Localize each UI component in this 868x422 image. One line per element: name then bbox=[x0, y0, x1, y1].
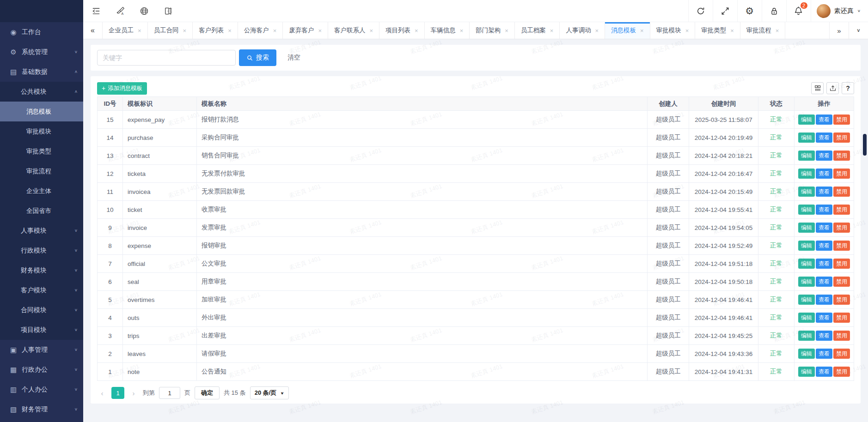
disable-button[interactable]: 禁用 bbox=[833, 241, 850, 251]
tab[interactable]: 审批类型 × bbox=[695, 22, 740, 39]
disable-button[interactable]: 禁用 bbox=[833, 259, 850, 269]
sidebar-item-provinces[interactable]: 全国省市 bbox=[0, 201, 83, 221]
view-button[interactable]: 查看 bbox=[816, 187, 832, 197]
sidebar-item-project-module[interactable]: 项目模块∨ bbox=[0, 320, 83, 340]
theme-brush-button[interactable]: A bbox=[108, 0, 132, 22]
tab[interactable]: 消息模板 × bbox=[605, 22, 650, 39]
clear-button[interactable]: 清空 bbox=[287, 54, 300, 62]
disable-button[interactable]: 禁用 bbox=[833, 115, 850, 125]
table-row[interactable]: 7 official 公文审批 超级员工 2024-12-04 19:51:18… bbox=[98, 255, 854, 273]
sidebar-item-personal-office[interactable]: ▥个人办公∨ bbox=[0, 380, 83, 399]
lock-screen-button[interactable] bbox=[762, 0, 786, 22]
disable-button[interactable]: 禁用 bbox=[833, 151, 850, 161]
tab-close-icon[interactable]: × bbox=[369, 27, 373, 34]
tab[interactable]: 部门架构 × bbox=[470, 22, 515, 39]
tab[interactable]: 员工档案 × bbox=[515, 22, 560, 39]
table-row[interactable]: 1 note 公告通知 超级员工 2024-12-04 19:41:31 正常 … bbox=[98, 363, 854, 381]
tabs-scroll-left-button[interactable]: « bbox=[83, 22, 103, 39]
next-page-button[interactable]: › bbox=[128, 389, 139, 397]
table-row[interactable]: 3 trips 出差审批 超级员工 2024-12-04 19:45:25 正常… bbox=[98, 327, 854, 345]
edit-button[interactable]: 编辑 bbox=[798, 349, 815, 359]
screen-panel-button[interactable] bbox=[156, 0, 180, 22]
disable-button[interactable]: 禁用 bbox=[833, 367, 850, 377]
view-button[interactable]: 查看 bbox=[816, 151, 832, 161]
sidebar-item-contract-module[interactable]: 合同模块∨ bbox=[0, 300, 83, 320]
edit-button[interactable]: 编辑 bbox=[798, 313, 815, 323]
table-row[interactable]: 8 expense 报销审批 超级员工 2024-12-04 19:52:49 … bbox=[98, 237, 854, 255]
tab-close-icon[interactable]: × bbox=[318, 27, 322, 34]
sidebar-item-finance-module[interactable]: 财务模块∨ bbox=[0, 260, 83, 280]
edit-button[interactable]: 编辑 bbox=[798, 277, 815, 287]
tab-close-icon[interactable]: × bbox=[640, 27, 644, 34]
tab[interactable]: 员工合同 × bbox=[148, 22, 193, 39]
sidebar-item-approval-module[interactable]: 审批模块 bbox=[0, 121, 83, 141]
table-row[interactable]: 10 ticket 收票审批 超级员工 2024-12-04 19:55:41 … bbox=[98, 201, 854, 219]
edit-button[interactable]: 编辑 bbox=[798, 241, 815, 251]
edit-button[interactable]: 编辑 bbox=[798, 223, 815, 233]
edit-button[interactable]: 编辑 bbox=[798, 115, 815, 125]
page-1-button[interactable]: 1 bbox=[111, 387, 124, 399]
table-row[interactable]: 2 leaves 请假审批 超级员工 2024-12-04 19:43:36 正… bbox=[98, 345, 854, 363]
tabs-scroll-right-button[interactable]: » bbox=[829, 22, 849, 39]
view-button[interactable]: 查看 bbox=[816, 241, 832, 251]
tab-close-icon[interactable]: × bbox=[138, 27, 141, 34]
scrollbar-thumb[interactable] bbox=[863, 134, 867, 156]
sidebar-item-approval-flow[interactable]: 审批流程 bbox=[0, 161, 83, 181]
table-row[interactable]: 9 invoice 发票审批 超级员工 2024-12-04 19:54:05 … bbox=[98, 219, 854, 237]
page-size-select[interactable]: 20 条/页 ∨ bbox=[250, 386, 289, 399]
view-button[interactable]: 查看 bbox=[816, 169, 832, 179]
tab[interactable]: 车辆信息 × bbox=[425, 22, 470, 39]
settings-button[interactable]: ⚙ bbox=[737, 0, 762, 22]
tab[interactable]: 人事调动 × bbox=[560, 22, 605, 39]
sidebar-item-admin-office[interactable]: ▦行政办公∨ bbox=[0, 360, 83, 380]
help-button[interactable]: ? bbox=[842, 82, 854, 94]
tab-close-icon[interactable]: × bbox=[685, 27, 689, 34]
sidebar-item-hr-mgmt[interactable]: ▣人事管理∨ bbox=[0, 340, 83, 360]
tab-close-icon[interactable]: × bbox=[550, 27, 554, 34]
add-template-button[interactable]: + 添加消息模板 bbox=[97, 82, 147, 95]
tab-close-icon[interactable]: × bbox=[730, 27, 734, 34]
edit-button[interactable]: 编辑 bbox=[798, 205, 815, 215]
tab[interactable]: 项目列表 × bbox=[379, 22, 425, 39]
edit-button[interactable]: 编辑 bbox=[798, 367, 815, 377]
user-menu[interactable]: 素还真 ∨ bbox=[811, 0, 868, 22]
view-button[interactable]: 查看 bbox=[816, 367, 832, 377]
disable-button[interactable]: 禁用 bbox=[833, 313, 850, 323]
disable-button[interactable]: 禁用 bbox=[833, 169, 850, 179]
tab[interactable]: 客户列表 × bbox=[193, 22, 238, 39]
refresh-button[interactable] bbox=[688, 0, 713, 22]
table-row[interactable]: 5 overtimes 加班审批 超级员工 2024-12-04 19:46:4… bbox=[98, 291, 854, 309]
table-row[interactable]: 6 seal 用章审批 超级员工 2024-12-04 19:50:18 正常 … bbox=[98, 273, 854, 291]
edit-button[interactable]: 编辑 bbox=[798, 133, 815, 143]
search-button[interactable]: 搜索 bbox=[239, 49, 276, 66]
edit-button[interactable]: 编辑 bbox=[798, 259, 815, 269]
view-button[interactable]: 查看 bbox=[816, 349, 832, 359]
sidebar-item-approval-type[interactable]: 审批类型 bbox=[0, 141, 83, 161]
sidebar-item-admin-module[interactable]: 行政模块∨ bbox=[0, 241, 83, 260]
tab[interactable]: 客户联系人 × bbox=[328, 22, 379, 39]
confirm-page-button[interactable]: 确定 bbox=[195, 386, 220, 399]
disable-button[interactable]: 禁用 bbox=[833, 331, 850, 341]
tab[interactable]: 企业员工 × bbox=[103, 22, 148, 39]
sidebar-item-system-mgmt[interactable]: ⚙系统管理∨ bbox=[0, 42, 83, 62]
edit-button[interactable]: 编辑 bbox=[798, 331, 815, 341]
tab[interactable]: 审批流程 × bbox=[740, 22, 786, 39]
tab-close-icon[interactable]: × bbox=[595, 27, 599, 34]
view-button[interactable]: 查看 bbox=[816, 295, 832, 305]
sidebar-item-workbench[interactable]: ◉工作台 bbox=[0, 22, 83, 42]
disable-button[interactable]: 禁用 bbox=[833, 223, 850, 233]
tab-close-icon[interactable]: × bbox=[460, 27, 464, 34]
view-button[interactable]: 查看 bbox=[816, 223, 832, 233]
edit-button[interactable]: 编辑 bbox=[798, 169, 815, 179]
edit-button[interactable]: 编辑 bbox=[798, 295, 815, 305]
view-button[interactable]: 查看 bbox=[816, 331, 832, 341]
disable-button[interactable]: 禁用 bbox=[833, 277, 850, 287]
goto-page-input[interactable] bbox=[159, 387, 180, 399]
export-button[interactable] bbox=[826, 82, 839, 94]
tab-close-icon[interactable]: × bbox=[505, 27, 508, 34]
view-button[interactable]: 查看 bbox=[816, 259, 832, 269]
table-row[interactable]: 13 contract 销售合同审批 超级员工 2024-12-04 20:18… bbox=[98, 147, 854, 165]
notifications-button[interactable]: 2 bbox=[786, 0, 811, 22]
language-button[interactable] bbox=[132, 0, 156, 22]
fullscreen-button[interactable] bbox=[713, 0, 737, 22]
